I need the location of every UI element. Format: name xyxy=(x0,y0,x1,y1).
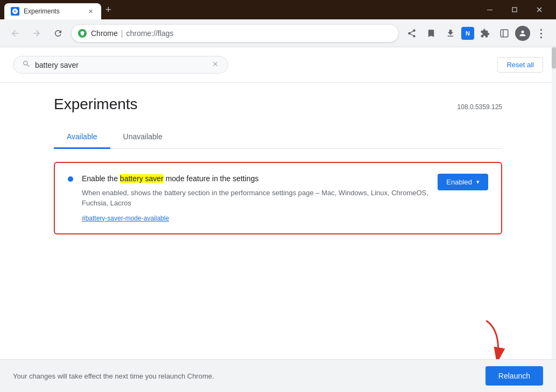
experiment-highlight: battery saver xyxy=(120,174,164,183)
scrollbar-track xyxy=(552,47,556,359)
active-tab[interactable]: Experiments ✕ xyxy=(4,3,101,19)
annotation-arrow xyxy=(470,320,513,359)
reset-all-button[interactable]: Reset all xyxy=(497,57,543,73)
relaunch-button[interactable]: Relaunch xyxy=(485,366,543,386)
nav-icons: N ⋮ xyxy=(403,25,550,42)
search-box[interactable]: battery saver xyxy=(13,56,228,74)
address-bar[interactable]: Chrome|chrome://flags xyxy=(71,24,399,42)
search-clear-button[interactable] xyxy=(212,60,219,69)
svg-rect-1 xyxy=(512,8,517,12)
download-button[interactable] xyxy=(442,25,459,42)
enabled-label: Enabled xyxy=(446,178,472,186)
page-content: battery saver Reset all Experiments 108.… xyxy=(0,47,556,359)
tab-available[interactable]: Available xyxy=(54,126,110,149)
url-text: chrome://flags xyxy=(126,29,173,38)
tab-unavailable[interactable]: Unavailable xyxy=(110,126,175,149)
experiment-name: Enable the battery saver mode feature in… xyxy=(82,174,429,184)
tab-favicon xyxy=(11,7,19,16)
bookmark-button[interactable] xyxy=(423,25,440,42)
experiment-link[interactable]: #battery-saver-mode-available xyxy=(82,215,169,222)
reload-button[interactable] xyxy=(50,25,67,42)
search-value: battery saver xyxy=(35,61,207,69)
svg-rect-0 xyxy=(487,10,492,10)
experiment-name-before: Enable the xyxy=(82,174,120,183)
tab-close-button[interactable]: ✕ xyxy=(86,7,95,16)
experiment-card: Enable the battery saver mode feature in… xyxy=(54,162,502,234)
share-button[interactable] xyxy=(403,25,420,42)
search-area: battery saver Reset all xyxy=(0,47,556,83)
chevron-down-icon: ▾ xyxy=(476,179,480,186)
experiments-content: Experiments 108.0.5359.125 Available Una… xyxy=(0,83,556,333)
tab-title: Experiments xyxy=(24,8,82,15)
experiments-header: Experiments 108.0.5359.125 xyxy=(54,96,502,113)
relaunch-message: Your changes will take effect the next t… xyxy=(13,372,214,380)
address-text: Chrome|chrome://flags xyxy=(91,29,173,38)
site-security-icon xyxy=(78,29,87,38)
tabs-container: Available Unavailable xyxy=(54,126,502,149)
bottom-bar: Your changes will take effect the next t… xyxy=(0,359,556,392)
search-icon xyxy=(22,60,31,70)
maximize-button[interactable] xyxy=(502,0,527,19)
sidebar-toggle-button[interactable] xyxy=(496,25,513,42)
window-controls xyxy=(477,0,552,19)
profile-button[interactable] xyxy=(515,26,530,41)
extensions-button[interactable] xyxy=(476,25,494,42)
page-title: Experiments xyxy=(54,96,138,113)
experiment-control: Enabled ▾ xyxy=(438,174,488,190)
titlebar: Experiments ✕ + xyxy=(0,0,556,19)
minimize-button[interactable] xyxy=(477,0,502,19)
scrollbar-thumb[interactable] xyxy=(552,47,556,69)
experiment-description: When enabled, shows the battery section … xyxy=(82,188,429,209)
tab-strip: Experiments ✕ + xyxy=(4,0,475,19)
forward-button[interactable] xyxy=(28,25,45,42)
experiment-info: Enable the battery saver mode feature in… xyxy=(82,174,429,223)
version-text: 108.0.5359.125 xyxy=(458,103,502,111)
new-tab-button[interactable]: + xyxy=(101,4,116,16)
address-separator: | xyxy=(121,29,123,38)
back-button[interactable] xyxy=(6,25,24,42)
svg-rect-4 xyxy=(501,30,508,37)
close-button[interactable] xyxy=(527,0,552,19)
site-name: Chrome xyxy=(91,29,118,38)
experiment-name-after: mode feature in the settings xyxy=(164,174,259,183)
enabled-button[interactable]: Enabled ▾ xyxy=(438,174,488,190)
experiment-dot xyxy=(68,176,73,182)
navbar: Chrome|chrome://flags N ⋮ xyxy=(0,19,556,47)
extension-n-icon[interactable]: N xyxy=(461,27,474,40)
menu-button[interactable]: ⋮ xyxy=(532,25,550,42)
